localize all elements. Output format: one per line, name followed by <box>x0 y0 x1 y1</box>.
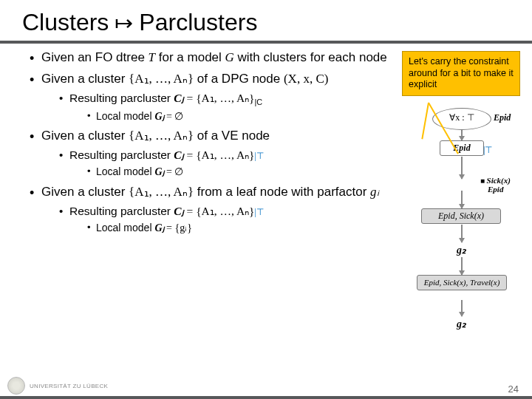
label-bot: Epid <box>488 185 503 194</box>
math-eq: = {A₁, …, Aₙ} <box>184 149 255 161</box>
text: Given a cluster <box>41 185 129 199</box>
slide-title: Clusters ↦ Parclusters <box>22 9 517 36</box>
title-area: Clusters ↦ Parclusters <box>0 0 532 44</box>
seal-icon <box>7 377 25 395</box>
bullet-3: Given a cluster {A₁, …, Aₙ} of a VE node… <box>30 128 396 180</box>
node-label: Epid, Sick(x) <box>438 211 484 221</box>
math-G: G <box>225 50 234 64</box>
university-logo: UNIVERSITÄT ZU LÜBECK <box>7 377 108 395</box>
slide: Clusters ↦ Parclusters Given an FO dtree… <box>0 0 532 399</box>
math-eq: = {A₁, …, Aₙ} <box>184 205 255 217</box>
connector-icon <box>461 130 463 140</box>
connector-icon <box>461 225 463 242</box>
math-tuple: (X, x, C) <box>284 72 328 86</box>
math-T: T <box>149 50 155 64</box>
math-Gj: Gⱼ <box>154 222 163 233</box>
node-ve-side: ■ Sick(x) Epid <box>480 176 511 194</box>
math-set: {A₁, …, Aₙ} <box>129 72 194 86</box>
text: Given a cluster <box>41 129 129 143</box>
diagram-column: Let's carry the constraint around for a … <box>399 50 525 377</box>
text: Local model <box>96 110 154 122</box>
math-set: {A₁, …, Aₙ} <box>129 129 194 143</box>
math-eq: = ∅ <box>164 166 184 177</box>
math-eq: = {A₁, …, Aₙ} <box>184 92 255 104</box>
root-side-label: Epid <box>494 112 511 123</box>
label-top: Sick(x) <box>487 176 511 185</box>
bullet-4: Given a cluster {A₁, …, Aₙ} from a leaf … <box>30 184 396 236</box>
callout-line-icon <box>421 103 429 140</box>
title-right: Parclusters <box>139 9 257 36</box>
bullet-2a: Resulting parcluster Cⱼ = {A₁, …, Aₙ}|C … <box>59 91 396 124</box>
body: Given an FO dtree T for a model G with c… <box>0 44 532 377</box>
node-epid-sick-travel: Epid, Sick(x), Travel(x) <box>417 275 507 290</box>
content-column: Given an FO dtree T for a model G with c… <box>30 50 399 377</box>
connector-icon <box>461 300 463 316</box>
math-eq: = ∅ <box>164 111 184 122</box>
page-number: 24 <box>508 383 519 395</box>
institution-name: UNIVERSITÄT ZU LÜBECK <box>30 383 108 389</box>
math-sub-blue: |⊤ <box>255 207 264 217</box>
bullet-1: Given an FO dtree T for a model G with c… <box>30 50 396 66</box>
math-Cj: Cⱼ <box>174 205 183 217</box>
text: with clusters for each node <box>234 50 387 64</box>
math-Cj: Cⱼ <box>174 149 183 161</box>
math-sub-blue: |⊤ <box>255 151 264 161</box>
connector-icon <box>461 257 463 275</box>
arrow-right-bar-icon: ↦ <box>115 12 133 34</box>
math-Gj: Gⱼ <box>154 166 163 177</box>
bullet-2: Given a cluster {A₁, …, Aₙ} of a DPG nod… <box>30 71 396 124</box>
text: of a VE node <box>194 129 270 143</box>
text: Resulting parcluster <box>69 92 174 104</box>
text: Given an FO dtree <box>41 50 149 64</box>
connector-icon <box>461 157 463 179</box>
constraint-callout: Let's carry the constraint around for a … <box>402 51 520 96</box>
text: Resulting parcluster <box>69 205 174 217</box>
node-sub: |⊤ <box>483 145 492 156</box>
text: of a DPG node <box>194 72 284 86</box>
text: for a model <box>155 50 225 64</box>
math-sub: |C <box>255 98 263 106</box>
tree-diagram: ∀x : ⊤ Epid Epid |⊤ ■ Sick(x) Epid <box>399 103 525 377</box>
connector-icon <box>461 191 463 208</box>
math-gi: gᵢ <box>370 185 379 199</box>
bullet-4a: Resulting parcluster Cⱼ = {A₁, …, Aₙ}|⊤ … <box>59 204 396 236</box>
node-label: Epid, Sick(x), Travel(x) <box>424 278 500 287</box>
math-set: {A₁, …, Aₙ} <box>129 185 194 199</box>
bullet-2b: Local model Gⱼ = ∅ <box>87 109 396 124</box>
g2-label-2: g₂ <box>457 318 466 330</box>
text: Resulting parcluster <box>69 149 174 161</box>
title-left: Clusters <box>22 9 109 36</box>
text: Local model <box>96 222 154 233</box>
text: from a leaf node with parfactor <box>194 185 370 199</box>
math-eq: = {gᵢ} <box>164 222 192 233</box>
node-epid: Epid <box>440 140 484 156</box>
bullet-4b: Local model Gⱼ = {gᵢ} <box>87 221 396 236</box>
text: Local model <box>96 166 154 177</box>
bullet-3b: Local model Gⱼ = ∅ <box>87 165 396 180</box>
text: Given a cluster <box>41 72 129 86</box>
g2-label-1: g₂ <box>457 244 466 256</box>
math-Cj: Cⱼ <box>174 92 183 104</box>
node-epid-sick: Epid, Sick(x) <box>421 208 501 224</box>
node-label: ∀x : ⊤ <box>449 112 474 123</box>
math-Gj: Gⱼ <box>154 111 163 122</box>
bullet-3a: Resulting parcluster Cⱼ = {A₁, …, Aₙ}|⊤ … <box>59 148 396 180</box>
footer-bar <box>0 396 532 399</box>
